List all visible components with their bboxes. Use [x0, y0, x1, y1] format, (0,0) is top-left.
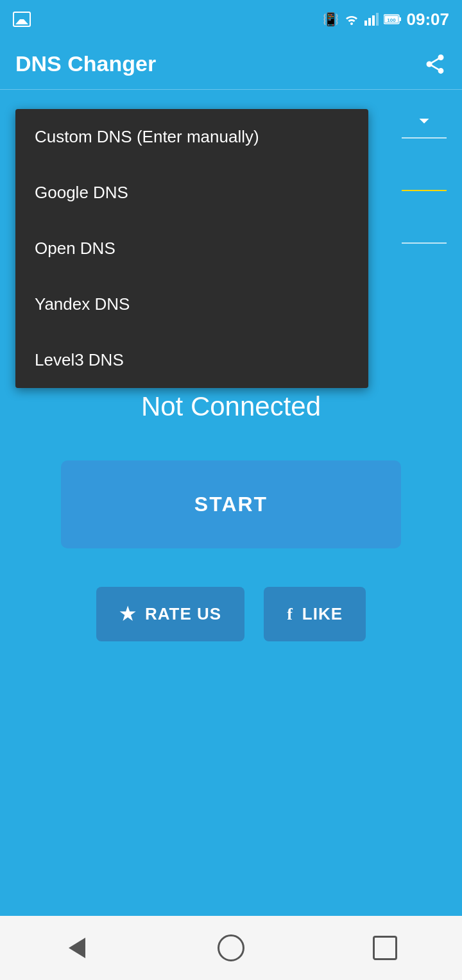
image-icon [13, 12, 31, 27]
dns-option-google[interactable]: Google DNS [15, 165, 368, 221]
dns-line-3 [402, 242, 447, 244]
svg-rect-1 [368, 18, 371, 26]
connection-status: Not Connected [15, 391, 447, 422]
home-icon [218, 934, 244, 961]
share-icon[interactable] [424, 53, 447, 76]
dropdown-menu[interactable]: Custom DNS (Enter manually) Google DNS O… [15, 109, 368, 388]
dns-option-open[interactable]: Open DNS [15, 221, 368, 276]
status-bar: 📳 100 09:07 [0, 0, 462, 38]
rate-us-button[interactable]: ★ RATE US [96, 587, 244, 641]
start-button[interactable]: START [61, 460, 401, 548]
like-button[interactable]: f LIKE [264, 587, 366, 641]
rate-us-label: RATE US [145, 604, 221, 624]
wifi-icon [344, 13, 359, 25]
signal-icon [364, 13, 379, 26]
bottom-buttons: ★ RATE US f LIKE [15, 587, 447, 641]
time-display: 09:07 [407, 10, 450, 30]
svg-rect-0 [364, 21, 367, 26]
nav-home-button[interactable] [205, 922, 257, 974]
recents-icon [373, 936, 397, 960]
dns-option-custom[interactable]: Custom DNS (Enter manually) [15, 109, 368, 165]
back-icon [69, 938, 85, 958]
app-title: DNS Changer [15, 51, 156, 76]
status-bar-right: 📳 100 09:07 [323, 10, 450, 30]
nav-back-button[interactable] [51, 922, 103, 974]
vibrate-icon: 📳 [323, 12, 339, 27]
chevron-down-icon[interactable] [413, 109, 436, 132]
svg-rect-3 [376, 13, 379, 26]
status-bar-left [13, 12, 31, 27]
svg-text:100: 100 [387, 17, 396, 23]
facebook-icon: f [287, 605, 293, 624]
nav-bar [0, 916, 462, 980]
like-label: LIKE [302, 604, 343, 624]
nav-recents-button[interactable] [359, 922, 411, 974]
dns-line-1 [402, 137, 447, 139]
svg-rect-6 [399, 17, 401, 21]
app-bar: DNS Changer [0, 38, 462, 90]
main-content: Custom DNS (Enter manually) Google DNS O… [0, 90, 462, 661]
dns-option-yandex[interactable]: Yandex DNS [15, 276, 368, 332]
star-icon: ★ [119, 604, 136, 625]
svg-rect-2 [372, 15, 375, 26]
dns-line-2 [402, 190, 447, 191]
dns-option-level3[interactable]: Level3 DNS [15, 332, 368, 388]
battery-icon: 100 [384, 13, 402, 25]
